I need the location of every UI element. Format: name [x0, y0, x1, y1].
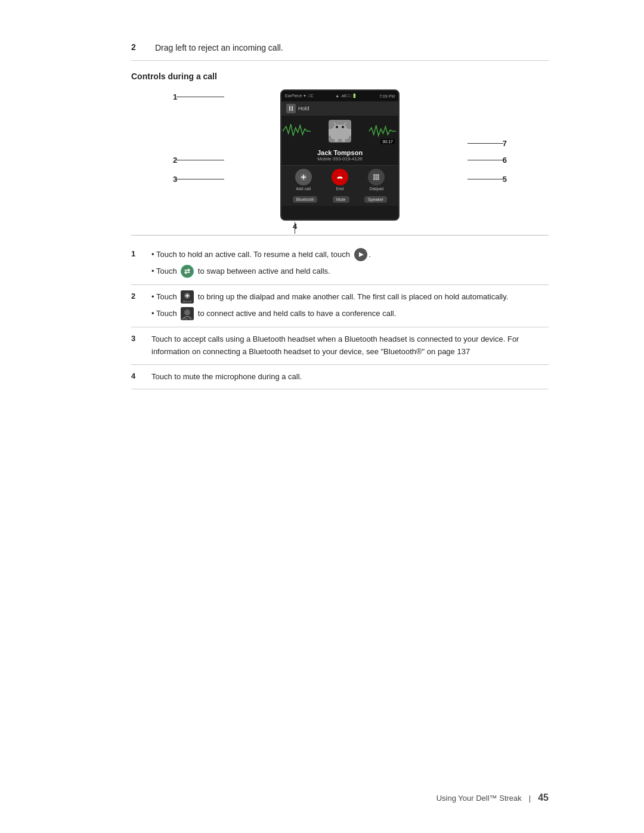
svg-rect-22 [376, 178, 377, 180]
bottom-buttons-row: Bluetooth Mute Speaker [281, 194, 398, 206]
svg-rect-21 [373, 178, 375, 180]
svg-rect-1 [292, 106, 293, 111]
svg-rect-8 [329, 129, 332, 136]
desc-row-2: 2 • Touch Add call to bring up the dialp… [131, 285, 549, 327]
footer-text: Using Your Dell™ Streak [436, 794, 522, 803]
desc-content-3: Touch to accept calls using a Bluetooth … [151, 333, 549, 358]
phone-diagram: 1 2 3 4 7 6 [173, 89, 507, 221]
annotation-6: 6 [503, 156, 507, 165]
desc-1-bullet-2: • Touch to swap between active and held … [151, 265, 549, 278]
section-title: Controls during a call [131, 72, 549, 81]
status-bar: EarPiece ✦ □C ▲ .all□□ 🔋 7:09 PM [281, 91, 398, 101]
desc-2-bullet-2: • Touch Merge calls to connect active an… [151, 308, 549, 321]
phone-screen: EarPiece ✦ □C ▲ .all□□ 🔋 7:09 PM Hold [280, 89, 400, 221]
hold-label: Hold [298, 106, 309, 112]
descriptions-section: 1 • Touch to hold an active call. To res… [131, 235, 549, 397]
desc-row-3: 3 Touch to accept calls using a Bluetoot… [131, 327, 549, 365]
svg-rect-0 [289, 106, 290, 111]
android-avatar [329, 120, 351, 143]
swap-icon [181, 265, 194, 278]
caller-name: Jack Tompson [281, 149, 398, 156]
svg-rect-20 [377, 176, 379, 178]
add-call-icon [295, 169, 312, 185]
waveform-area: 00:17 [281, 116, 398, 147]
page-container: 2 Drag left to reject an incoming call. … [0, 0, 644, 833]
end-call-button[interactable]: End [332, 169, 348, 191]
svg-rect-19 [376, 176, 377, 178]
svg-line-7 [344, 122, 346, 125]
dialpad-icon [368, 169, 385, 185]
desc-row-1: 1 • Touch to hold an active call. To res… [131, 243, 549, 285]
svg-point-33 [184, 309, 190, 315]
status-left: EarPiece ✦ □C [285, 94, 314, 98]
svg-rect-15 [373, 174, 375, 176]
desc-content-2: • Touch Add call to bring up the dialpad… [151, 291, 549, 321]
svg-rect-18 [373, 176, 375, 178]
desc-num-3: 3 [131, 334, 151, 343]
desc-content-1: • Touch to hold an active call. To resum… [151, 249, 549, 278]
mute-button[interactable]: Mute [333, 196, 349, 203]
end-call-icon [332, 169, 348, 185]
svg-point-26 [181, 265, 193, 277]
dialpad-button[interactable]: Dialpad [368, 169, 385, 191]
svg-rect-23 [377, 178, 379, 180]
desc-1-bullet-1: • Touch to hold an active call. To resum… [151, 249, 549, 262]
caller-number: Mobile 093-019-4126 [281, 156, 398, 162]
step-text-2: Drag left to reject an incoming call. [155, 42, 283, 54]
timer-badge: 00:17 [380, 139, 395, 144]
play-icon [354, 248, 367, 261]
svg-point-5 [342, 126, 344, 128]
dialpad-label: Dialpad [369, 187, 383, 191]
svg-rect-11 [342, 138, 345, 142]
step-number-2: 2 [131, 42, 148, 52]
add-call-label: Add call [296, 187, 311, 191]
merge-calls-icon: Merge calls [181, 307, 194, 320]
desc-2-bullet-1: • Touch Add call to bring up the dialpad… [151, 291, 549, 304]
annotation-3: 3 [173, 175, 177, 184]
svg-rect-9 [348, 129, 351, 136]
step-row-2: 2 Drag left to reject an incoming call. [131, 36, 549, 61]
svg-line-6 [334, 122, 336, 125]
desc-num-2: 2 [131, 292, 151, 301]
svg-rect-16 [376, 174, 377, 176]
annotation-5: 5 [503, 175, 507, 184]
footer: Using Your Dell™ Streak | 45 [436, 792, 549, 803]
end-call-label: End [336, 187, 343, 191]
svg-point-4 [336, 126, 338, 128]
svg-rect-3 [333, 125, 346, 131]
annotation-4: 4 [293, 222, 297, 231]
add-call-inline-icon: Add call [181, 290, 194, 304]
status-time: 7:09 PM [379, 94, 395, 98]
svg-text:Merge calls: Merge calls [182, 318, 193, 320]
hold-icon [286, 104, 296, 113]
speaker-button[interactable]: Speaker [364, 196, 387, 203]
desc-content-4: Touch to mute the microphone during a ca… [151, 371, 549, 383]
desc-num-4: 4 [131, 371, 151, 380]
footer-page-num: 45 [538, 792, 549, 803]
call-buttons-row: Add call End [281, 165, 398, 194]
desc-row-4: 4 Touch to mute the microphone during a … [131, 365, 549, 390]
bluetooth-button[interactable]: Bluetooth [293, 196, 318, 203]
desc-num-1: 1 [131, 249, 151, 258]
annotation-1: 1 [173, 92, 177, 101]
svg-rect-10 [335, 138, 338, 142]
status-icons: ▲ .all□□ 🔋 [335, 94, 357, 98]
hold-area: Hold [281, 101, 398, 116]
annotation-7: 7 [503, 139, 507, 148]
footer-separator: | [529, 794, 531, 803]
svg-rect-17 [377, 174, 379, 176]
annotation-2: 2 [173, 156, 177, 165]
add-call-button[interactable]: Add call [295, 169, 312, 191]
svg-text:Add call: Add call [183, 300, 191, 303]
caller-info: Jack Tompson Mobile 093-019-4126 [281, 147, 398, 165]
